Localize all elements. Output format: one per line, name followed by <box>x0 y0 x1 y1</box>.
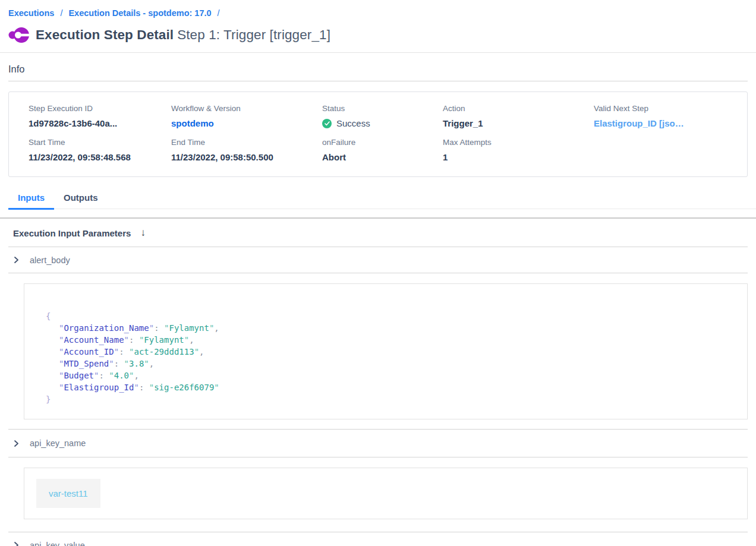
status-text: Success <box>336 118 370 128</box>
info-field-end-time: End Time 11/23/2022, 09:58:50.500 <box>171 138 322 162</box>
divider <box>8 457 748 457</box>
execution-input-parameters-header: Execution Input Parameters ↓ <box>8 219 748 247</box>
field-label: Status <box>322 104 443 113</box>
fylamynt-logo-icon <box>8 26 30 45</box>
section-name: alert_body <box>30 255 70 265</box>
field-label: onFailure <box>322 138 443 147</box>
info-field-status: Status Success <box>322 104 443 128</box>
info-field-start-time: Start Time 11/23/2022, 09:58:48.568 <box>29 138 171 162</box>
json-code-block: {"Organization_Name": "Fylamynt","Accoun… <box>46 310 735 405</box>
info-field-onfailure: onFailure Abort <box>322 138 443 162</box>
chevron-right-icon <box>13 257 20 263</box>
section-row-api-key-value[interactable]: api_key_value <box>8 532 748 546</box>
api-key-name-value: var-test11 <box>36 479 100 508</box>
workflow-link[interactable]: spotdemo <box>171 118 322 128</box>
field-value: Abort <box>322 152 443 162</box>
page-title: Execution Step Detail <box>36 27 174 42</box>
divider <box>8 273 748 273</box>
breadcrumb-link-execution-details[interactable]: Execution Details - spotdemo: 17.0 <box>68 8 211 18</box>
field-label: End Time <box>171 138 322 147</box>
tab-inputs[interactable]: Inputs <box>8 189 54 210</box>
breadcrumb-separator: / <box>218 8 220 18</box>
section-name: api_key_name <box>30 438 86 448</box>
chevron-right-icon <box>13 542 20 546</box>
field-label: Start Time <box>29 138 171 147</box>
section-name: api_key_value <box>30 541 85 546</box>
field-label: Workflow & Version <box>171 104 322 113</box>
breadcrumb-separator: / <box>60 8 62 18</box>
divider <box>0 52 756 53</box>
field-value: Trigger_1 <box>443 118 594 128</box>
success-check-icon <box>322 119 332 128</box>
breadcrumb: Executions / Execution Details - spotdem… <box>8 8 748 18</box>
field-value: 11/23/2022, 09:58:48.568 <box>29 152 171 162</box>
page-header: Execution Step DetailStep 1: Trigger [tr… <box>8 26 748 45</box>
field-value: 1d97828c-13b6-40a... <box>29 118 171 128</box>
info-section-heading: Info <box>8 64 748 81</box>
download-arrow-icon[interactable]: ↓ <box>140 227 146 239</box>
tab-outputs[interactable]: Outputs <box>54 189 108 209</box>
tabs: Inputs Outputs <box>8 189 756 209</box>
field-label: Valid Next Step <box>594 104 735 113</box>
api-key-name-box: var-test11 <box>24 468 748 519</box>
breadcrumb-link-executions[interactable]: Executions <box>8 8 54 18</box>
divider <box>8 81 748 81</box>
field-label: Action <box>443 104 594 113</box>
info-field-empty <box>594 138 735 162</box>
info-field-max-attempts: Max Attempts 1 <box>443 138 594 162</box>
info-field-workflow-version: Workflow & Version spotdemo <box>171 104 322 128</box>
info-card: Step Execution ID 1d97828c-13b6-40a... W… <box>8 91 748 177</box>
field-label: Max Attempts <box>443 138 594 147</box>
chevron-right-icon <box>13 440 20 447</box>
alert-body-json: {"Organization_Name": "Fylamynt","Accoun… <box>24 283 748 419</box>
page-title-row: Execution Step DetailStep 1: Trigger [tr… <box>36 26 330 45</box>
field-label: Step Execution ID <box>29 104 171 113</box>
field-value: 11/23/2022, 09:58:50.500 <box>171 152 322 162</box>
execution-step-detail-page: Executions / Execution Details - spotdem… <box>0 0 756 546</box>
status-badge: Success <box>322 118 443 128</box>
field-value: 1 <box>443 152 594 162</box>
parameters-header-label: Execution Input Parameters <box>13 228 131 238</box>
section-row-api-key-name[interactable]: api_key_name <box>8 430 748 457</box>
section-row-alert-body[interactable]: alert_body <box>8 247 748 273</box>
info-field-action: Action Trigger_1 <box>443 104 594 128</box>
page-subtitle: Step 1: Trigger [trigger_1] <box>177 27 330 42</box>
info-field-step-execution-id: Step Execution ID 1d97828c-13b6-40a... <box>29 104 171 128</box>
info-field-valid-next-step: Valid Next Step Elastigroup_ID [jso… <box>594 104 735 128</box>
valid-next-step-link[interactable]: Elastigroup_ID [jso… <box>594 118 713 128</box>
